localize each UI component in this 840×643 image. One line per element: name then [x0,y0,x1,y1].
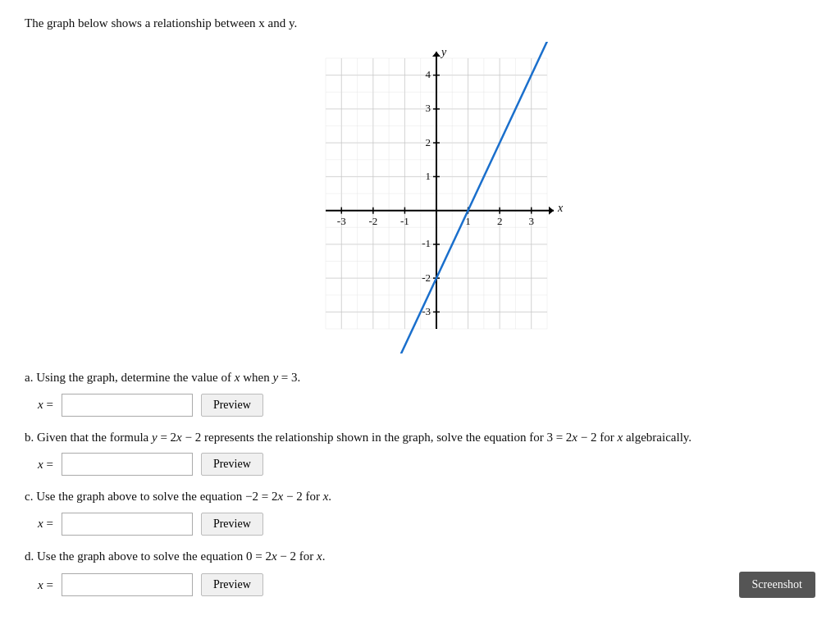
screenshot-button[interactable]: Screenshot [739,572,815,598]
preview-button-b[interactable]: Preview [201,453,263,476]
question-b-text: b. Given that the formula y = 2x − 2 rep… [25,428,815,447]
last-row: x = Preview Screenshot [25,572,815,598]
question-c-text: c. Use the graph above to solve the equa… [25,487,815,506]
answer-input-c[interactable] [62,513,193,536]
question-a: a. Using the graph, determine the value … [25,368,815,417]
last-row-left: x = Preview [38,573,263,596]
answer-row-b: x = Preview [38,453,815,476]
answer-row-a: x = Preview [38,394,815,417]
answer-input-a[interactable] [62,394,193,417]
intro-text: The graph below shows a relationship bet… [25,16,815,30]
graph-container [25,42,815,353]
question-c: c. Use the graph above to solve the equa… [25,487,815,536]
x-equals-c: x = [38,517,53,531]
preview-button-d[interactable]: Preview [201,573,263,596]
x-equals-a: x = [38,398,53,412]
answer-row-c: x = Preview [38,513,815,536]
coordinate-graph [268,42,572,353]
x-equals-d: x = [38,578,53,592]
preview-button-c[interactable]: Preview [201,513,263,536]
answer-input-b[interactable] [62,453,193,476]
x-equals-b: x = [38,458,53,472]
question-d-text: d. Use the graph above to solve the equa… [25,547,815,566]
question-d: d. Use the graph above to solve the equa… [25,547,815,599]
question-b: b. Given that the formula y = 2x − 2 rep… [25,428,815,477]
question-a-text: a. Using the graph, determine the value … [25,368,815,387]
answer-input-d[interactable] [62,573,193,596]
preview-button-a[interactable]: Preview [201,394,263,417]
